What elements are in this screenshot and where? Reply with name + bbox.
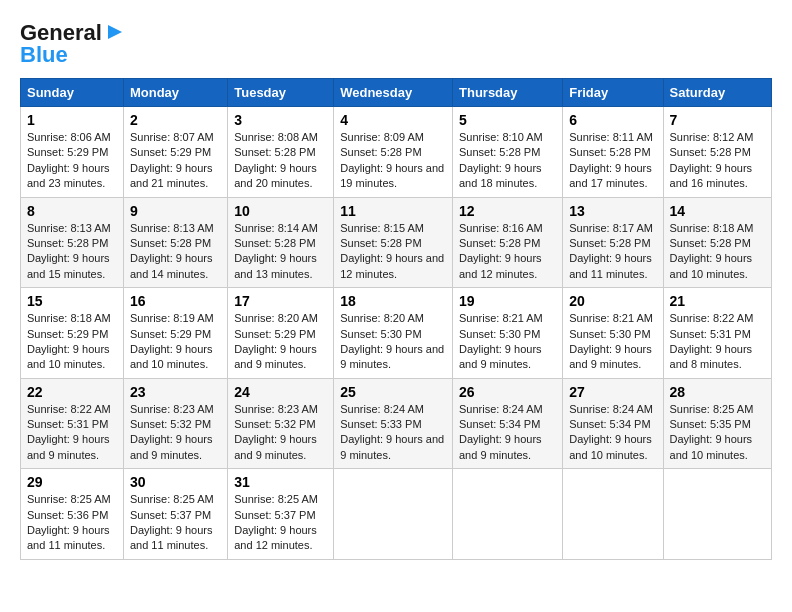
calendar-cell bbox=[334, 469, 453, 560]
calendar-cell: 24Sunrise: 8:23 AMSunset: 5:32 PMDayligh… bbox=[228, 378, 334, 469]
weekday-header-friday: Friday bbox=[563, 79, 663, 107]
day-info: Sunrise: 8:20 AMSunset: 5:30 PMDaylight:… bbox=[340, 311, 446, 373]
day-info: Sunrise: 8:24 AMSunset: 5:34 PMDaylight:… bbox=[569, 402, 656, 464]
calendar-week-1: 1Sunrise: 8:06 AMSunset: 5:29 PMDaylight… bbox=[21, 107, 772, 198]
calendar-cell: 22Sunrise: 8:22 AMSunset: 5:31 PMDayligh… bbox=[21, 378, 124, 469]
day-info: Sunrise: 8:19 AMSunset: 5:29 PMDaylight:… bbox=[130, 311, 221, 373]
day-info: Sunrise: 8:22 AMSunset: 5:31 PMDaylight:… bbox=[670, 311, 765, 373]
day-info: Sunrise: 8:16 AMSunset: 5:28 PMDaylight:… bbox=[459, 221, 556, 283]
day-number: 9 bbox=[130, 203, 221, 219]
day-number: 28 bbox=[670, 384, 765, 400]
day-info: Sunrise: 8:22 AMSunset: 5:31 PMDaylight:… bbox=[27, 402, 117, 464]
day-number: 3 bbox=[234, 112, 327, 128]
day-number: 2 bbox=[130, 112, 221, 128]
day-info: Sunrise: 8:25 AMSunset: 5:36 PMDaylight:… bbox=[27, 492, 117, 554]
day-number: 6 bbox=[569, 112, 656, 128]
day-info: Sunrise: 8:15 AMSunset: 5:28 PMDaylight:… bbox=[340, 221, 446, 283]
logo: General Blue bbox=[20, 20, 126, 68]
day-number: 5 bbox=[459, 112, 556, 128]
day-info: Sunrise: 8:12 AMSunset: 5:28 PMDaylight:… bbox=[670, 130, 765, 192]
calendar-cell bbox=[453, 469, 563, 560]
day-number: 26 bbox=[459, 384, 556, 400]
weekday-header-tuesday: Tuesday bbox=[228, 79, 334, 107]
day-info: Sunrise: 8:25 AMSunset: 5:37 PMDaylight:… bbox=[234, 492, 327, 554]
calendar-cell: 13Sunrise: 8:17 AMSunset: 5:28 PMDayligh… bbox=[563, 197, 663, 288]
day-info: Sunrise: 8:18 AMSunset: 5:29 PMDaylight:… bbox=[27, 311, 117, 373]
calendar-week-3: 15Sunrise: 8:18 AMSunset: 5:29 PMDayligh… bbox=[21, 288, 772, 379]
day-number: 31 bbox=[234, 474, 327, 490]
day-number: 17 bbox=[234, 293, 327, 309]
calendar-table: SundayMondayTuesdayWednesdayThursdayFrid… bbox=[20, 78, 772, 560]
day-info: Sunrise: 8:25 AMSunset: 5:37 PMDaylight:… bbox=[130, 492, 221, 554]
day-info: Sunrise: 8:11 AMSunset: 5:28 PMDaylight:… bbox=[569, 130, 656, 192]
calendar-cell: 23Sunrise: 8:23 AMSunset: 5:32 PMDayligh… bbox=[123, 378, 227, 469]
calendar-cell: 15Sunrise: 8:18 AMSunset: 5:29 PMDayligh… bbox=[21, 288, 124, 379]
day-info: Sunrise: 8:10 AMSunset: 5:28 PMDaylight:… bbox=[459, 130, 556, 192]
calendar-body: 1Sunrise: 8:06 AMSunset: 5:29 PMDaylight… bbox=[21, 107, 772, 560]
calendar-cell: 17Sunrise: 8:20 AMSunset: 5:29 PMDayligh… bbox=[228, 288, 334, 379]
calendar-cell: 26Sunrise: 8:24 AMSunset: 5:34 PMDayligh… bbox=[453, 378, 563, 469]
day-number: 13 bbox=[569, 203, 656, 219]
calendar-cell: 21Sunrise: 8:22 AMSunset: 5:31 PMDayligh… bbox=[663, 288, 771, 379]
day-number: 29 bbox=[27, 474, 117, 490]
day-number: 4 bbox=[340, 112, 446, 128]
day-number: 25 bbox=[340, 384, 446, 400]
logo-blue: Blue bbox=[20, 42, 68, 68]
calendar-cell: 5Sunrise: 8:10 AMSunset: 5:28 PMDaylight… bbox=[453, 107, 563, 198]
calendar-cell: 27Sunrise: 8:24 AMSunset: 5:34 PMDayligh… bbox=[563, 378, 663, 469]
day-number: 8 bbox=[27, 203, 117, 219]
day-number: 10 bbox=[234, 203, 327, 219]
weekday-header-sunday: Sunday bbox=[21, 79, 124, 107]
calendar-cell: 19Sunrise: 8:21 AMSunset: 5:30 PMDayligh… bbox=[453, 288, 563, 379]
calendar-cell: 7Sunrise: 8:12 AMSunset: 5:28 PMDaylight… bbox=[663, 107, 771, 198]
calendar-cell: 12Sunrise: 8:16 AMSunset: 5:28 PMDayligh… bbox=[453, 197, 563, 288]
day-number: 15 bbox=[27, 293, 117, 309]
day-info: Sunrise: 8:14 AMSunset: 5:28 PMDaylight:… bbox=[234, 221, 327, 283]
day-number: 14 bbox=[670, 203, 765, 219]
day-number: 7 bbox=[670, 112, 765, 128]
day-info: Sunrise: 8:06 AMSunset: 5:29 PMDaylight:… bbox=[27, 130, 117, 192]
svg-marker-0 bbox=[108, 25, 122, 39]
calendar-cell: 2Sunrise: 8:07 AMSunset: 5:29 PMDaylight… bbox=[123, 107, 227, 198]
calendar-cell: 9Sunrise: 8:13 AMSunset: 5:28 PMDaylight… bbox=[123, 197, 227, 288]
day-number: 18 bbox=[340, 293, 446, 309]
day-number: 30 bbox=[130, 474, 221, 490]
calendar-cell bbox=[563, 469, 663, 560]
day-number: 20 bbox=[569, 293, 656, 309]
day-info: Sunrise: 8:17 AMSunset: 5:28 PMDaylight:… bbox=[569, 221, 656, 283]
day-number: 11 bbox=[340, 203, 446, 219]
day-info: Sunrise: 8:21 AMSunset: 5:30 PMDaylight:… bbox=[569, 311, 656, 373]
calendar-cell: 4Sunrise: 8:09 AMSunset: 5:28 PMDaylight… bbox=[334, 107, 453, 198]
weekday-header-thursday: Thursday bbox=[453, 79, 563, 107]
day-number: 27 bbox=[569, 384, 656, 400]
day-info: Sunrise: 8:21 AMSunset: 5:30 PMDaylight:… bbox=[459, 311, 556, 373]
calendar-cell: 8Sunrise: 8:13 AMSunset: 5:28 PMDaylight… bbox=[21, 197, 124, 288]
weekday-header-monday: Monday bbox=[123, 79, 227, 107]
day-info: Sunrise: 8:08 AMSunset: 5:28 PMDaylight:… bbox=[234, 130, 327, 192]
weekday-header-row: SundayMondayTuesdayWednesdayThursdayFrid… bbox=[21, 79, 772, 107]
day-info: Sunrise: 8:24 AMSunset: 5:33 PMDaylight:… bbox=[340, 402, 446, 464]
calendar-cell: 16Sunrise: 8:19 AMSunset: 5:29 PMDayligh… bbox=[123, 288, 227, 379]
day-number: 1 bbox=[27, 112, 117, 128]
day-number: 12 bbox=[459, 203, 556, 219]
day-info: Sunrise: 8:09 AMSunset: 5:28 PMDaylight:… bbox=[340, 130, 446, 192]
day-info: Sunrise: 8:23 AMSunset: 5:32 PMDaylight:… bbox=[130, 402, 221, 464]
day-number: 24 bbox=[234, 384, 327, 400]
calendar-cell: 20Sunrise: 8:21 AMSunset: 5:30 PMDayligh… bbox=[563, 288, 663, 379]
calendar-cell: 30Sunrise: 8:25 AMSunset: 5:37 PMDayligh… bbox=[123, 469, 227, 560]
day-info: Sunrise: 8:25 AMSunset: 5:35 PMDaylight:… bbox=[670, 402, 765, 464]
day-info: Sunrise: 8:20 AMSunset: 5:29 PMDaylight:… bbox=[234, 311, 327, 373]
calendar-cell bbox=[663, 469, 771, 560]
calendar-cell: 11Sunrise: 8:15 AMSunset: 5:28 PMDayligh… bbox=[334, 197, 453, 288]
day-info: Sunrise: 8:13 AMSunset: 5:28 PMDaylight:… bbox=[27, 221, 117, 283]
calendar-week-5: 29Sunrise: 8:25 AMSunset: 5:36 PMDayligh… bbox=[21, 469, 772, 560]
calendar-cell: 31Sunrise: 8:25 AMSunset: 5:37 PMDayligh… bbox=[228, 469, 334, 560]
calendar-week-4: 22Sunrise: 8:22 AMSunset: 5:31 PMDayligh… bbox=[21, 378, 772, 469]
day-info: Sunrise: 8:13 AMSunset: 5:28 PMDaylight:… bbox=[130, 221, 221, 283]
day-info: Sunrise: 8:07 AMSunset: 5:29 PMDaylight:… bbox=[130, 130, 221, 192]
calendar-cell: 3Sunrise: 8:08 AMSunset: 5:28 PMDaylight… bbox=[228, 107, 334, 198]
day-info: Sunrise: 8:18 AMSunset: 5:28 PMDaylight:… bbox=[670, 221, 765, 283]
page-header: General Blue bbox=[20, 20, 772, 68]
day-info: Sunrise: 8:24 AMSunset: 5:34 PMDaylight:… bbox=[459, 402, 556, 464]
calendar-cell: 1Sunrise: 8:06 AMSunset: 5:29 PMDaylight… bbox=[21, 107, 124, 198]
